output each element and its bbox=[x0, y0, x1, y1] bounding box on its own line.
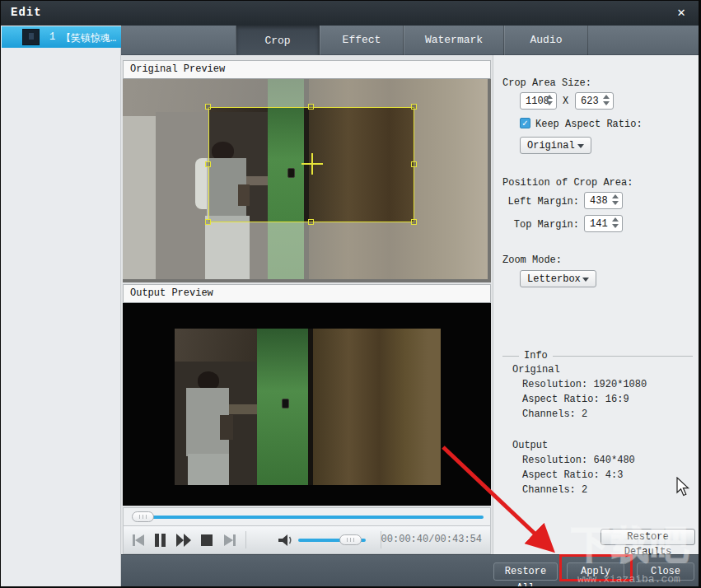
transport-bar: 00:00:40/00:43:54 bbox=[123, 526, 491, 554]
keep-aspect-label: Keep Aspect Ratio: bbox=[535, 119, 643, 130]
dialog-title: Edit bbox=[11, 6, 42, 19]
tab-audio[interactable]: Audio bbox=[504, 26, 588, 55]
crop-handle-sw[interactable] bbox=[205, 219, 211, 225]
output-scene bbox=[175, 329, 441, 485]
annotation-highlight-box bbox=[559, 554, 633, 581]
seek-track[interactable] bbox=[137, 516, 484, 519]
info-legend-text: Info bbox=[519, 350, 553, 362]
fast-forward-button[interactable] bbox=[175, 532, 193, 548]
crop-handle-ne[interactable] bbox=[411, 104, 417, 110]
aspect-ratio-dropdown[interactable]: Original bbox=[520, 137, 591, 154]
spin-up-icon[interactable] bbox=[612, 194, 619, 198]
legend-line bbox=[553, 356, 693, 357]
left-margin-label: Left Margin: bbox=[495, 196, 579, 208]
spin-down-icon[interactable] bbox=[603, 101, 610, 105]
seek-thumb-ridges bbox=[139, 515, 147, 519]
restore-all-button[interactable]: Restore All bbox=[493, 562, 558, 581]
crop-width-spinner[interactable]: 1108 bbox=[520, 92, 557, 110]
spin-up-icon[interactable] bbox=[546, 95, 553, 99]
playlist-item-selected[interactable]: 1 【笑镇惊魂… bbox=[2, 26, 121, 48]
close-button[interactable]: Close bbox=[637, 562, 694, 581]
info-original-channels: Channels: 2 bbox=[522, 408, 587, 420]
info-output-aspect: Aspect Ratio: 4:3 bbox=[522, 469, 623, 481]
output-preview-header: Output Preview bbox=[123, 284, 491, 303]
crop-handle-se[interactable] bbox=[411, 219, 417, 225]
chevron-down-icon bbox=[577, 144, 584, 148]
out-person-head bbox=[198, 371, 219, 390]
position-label: Position of Crop Area: bbox=[502, 177, 633, 189]
stop-button[interactable] bbox=[199, 532, 217, 548]
info-output-heading: Output bbox=[512, 440, 548, 451]
previous-button[interactable] bbox=[130, 532, 148, 548]
spin-down-icon[interactable] bbox=[612, 224, 619, 228]
spin-down-icon[interactable] bbox=[612, 201, 619, 205]
info-legend: Info bbox=[502, 350, 693, 362]
next-button[interactable] bbox=[222, 532, 240, 548]
left-margin-spinner[interactable]: 438 bbox=[584, 192, 623, 209]
tab-crop[interactable]: Crop bbox=[236, 26, 320, 58]
playlist-item-title: 【笑镇惊魂… bbox=[61, 31, 120, 45]
tab-bar: Crop Effect Watermark Audio bbox=[121, 26, 701, 55]
tab-effect[interactable]: Effect bbox=[320, 26, 404, 55]
out-door-handle bbox=[282, 399, 289, 408]
tab-watermark[interactable]: Watermark bbox=[404, 26, 504, 55]
output-preview-video bbox=[123, 303, 491, 506]
time-display: 00:00:40/00:43:54 bbox=[381, 534, 482, 545]
info-original-heading: Original bbox=[512, 364, 560, 376]
volume-thumb[interactable] bbox=[339, 534, 362, 545]
crop-handle-s[interactable] bbox=[308, 219, 314, 225]
left-margin-value: 438 bbox=[590, 195, 608, 207]
crop-handle-e[interactable] bbox=[411, 161, 417, 167]
info-original-aspect: Aspect Ratio: 16:9 bbox=[522, 394, 629, 405]
crop-handle-nw[interactable] bbox=[205, 104, 211, 110]
seek-bar bbox=[123, 507, 491, 526]
thumbnail-glyph-icon bbox=[29, 33, 34, 40]
top-margin-value: 141 bbox=[590, 218, 608, 230]
legend-line bbox=[502, 356, 519, 357]
original-scene bbox=[123, 79, 488, 279]
playlist-item-index: 1 bbox=[49, 31, 55, 43]
spin-up-icon[interactable] bbox=[603, 95, 610, 99]
info-original-resolution: Resolution: 1920*1080 bbox=[522, 379, 647, 390]
crop-center-crosshair-v[interactable] bbox=[311, 153, 313, 175]
info-output-channels: Channels: 2 bbox=[522, 484, 587, 496]
zoom-mode-value: Letterbox bbox=[527, 273, 581, 285]
zoom-mode-dropdown[interactable]: Letterbox bbox=[520, 270, 596, 287]
original-preview-video bbox=[123, 79, 491, 282]
original-preview-header: Original Preview bbox=[123, 60, 491, 79]
chevron-down-icon bbox=[582, 278, 589, 282]
crop-area-size-label: Crop Area Size: bbox=[502, 77, 591, 89]
info-output-resolution: Resolution: 640*480 bbox=[522, 455, 635, 466]
restore-defaults-button[interactable]: Restore Defaults bbox=[601, 529, 695, 545]
pause-button[interactable] bbox=[152, 532, 170, 548]
volume-icon[interactable] bbox=[277, 532, 295, 548]
crop-height-spinner[interactable]: 623 bbox=[575, 92, 614, 110]
top-margin-label: Top Margin: bbox=[495, 219, 579, 231]
crop-handle-w[interactable] bbox=[205, 161, 211, 167]
close-icon[interactable]: ✕ bbox=[671, 4, 692, 22]
spin-up-icon[interactable] bbox=[612, 217, 619, 222]
transport-separator bbox=[245, 531, 246, 548]
top-margin-spinner[interactable]: 141 bbox=[584, 215, 623, 232]
crop-handle-n[interactable] bbox=[308, 104, 314, 110]
edit-dialog: Edit ✕ 1 【笑镇惊魂… Crop Effect Watermark Au… bbox=[0, 0, 701, 588]
seek-thumb[interactable] bbox=[132, 511, 154, 522]
spin-down-icon[interactable] bbox=[546, 101, 553, 105]
zoom-mode-label: Zoom Mode: bbox=[502, 254, 562, 266]
volume-thumb-ridges bbox=[347, 538, 355, 542]
crop-height-value: 623 bbox=[581, 96, 599, 107]
out-wood-wall bbox=[313, 329, 441, 485]
aspect-ratio-value: Original bbox=[527, 140, 575, 152]
title-bar: Edit ✕ bbox=[1, 1, 701, 26]
video-thumbnail bbox=[22, 29, 40, 45]
size-separator: X bbox=[563, 96, 568, 107]
keep-aspect-checkbox[interactable]: ✓ bbox=[520, 118, 530, 128]
playlist-panel bbox=[2, 48, 121, 587]
